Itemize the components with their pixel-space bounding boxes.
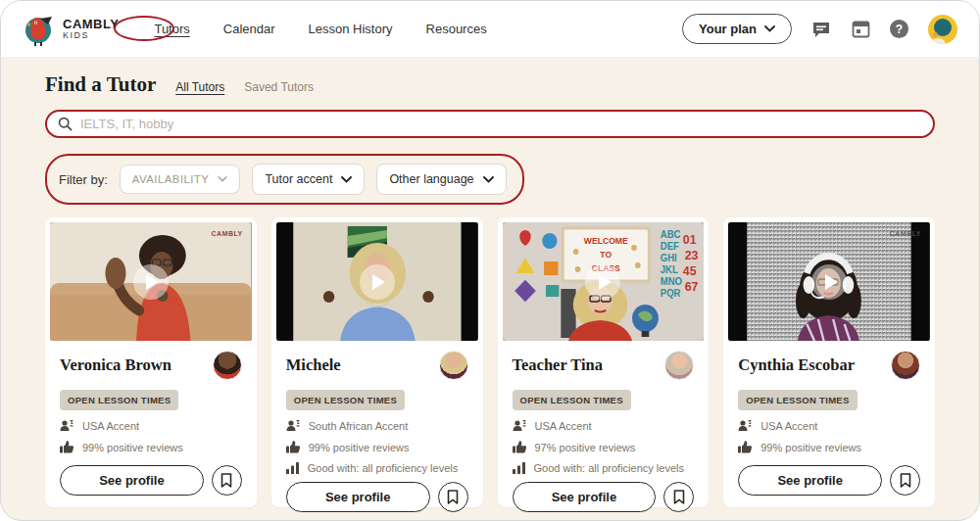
tutor-name: Veronica Brown — [60, 355, 172, 375]
svg-text:WELCOME: WELCOME — [583, 236, 627, 246]
svg-text:GHI: GHI — [660, 253, 676, 263]
tutor-avatar[interactable] — [213, 351, 242, 380]
tutor-video-thumbnail[interactable] — [276, 222, 478, 341]
app-window: CAMBLY KIDS Tutors Calendar Lesson Histo… — [0, 0, 980, 521]
tutor-name: Teacher Tina — [513, 355, 603, 375]
svg-text:01: 01 — [682, 232, 696, 247]
bar-chart-icon — [513, 462, 525, 474]
nav-item-lesson-history[interactable]: Lesson History — [307, 18, 395, 40]
thumbs-up-icon — [513, 441, 526, 453]
tutor-video-thumbnail[interactable]: WELCOME TO CLASS ABC DEF GHI JKL MNO PQR… — [503, 222, 705, 341]
bookmark-button[interactable] — [212, 465, 242, 496]
accent-label: South African Accent — [309, 420, 409, 432]
accent-row: South African Accent — [286, 419, 468, 432]
cambly-bird-icon — [23, 13, 56, 46]
see-profile-button[interactable]: See profile — [738, 465, 882, 496]
nav-item-tutors[interactable]: Tutors — [152, 18, 191, 40]
bookmark-icon — [220, 473, 232, 488]
tutor-accent-dropdown[interactable]: Tutor accent — [252, 164, 365, 195]
good-with-label: Good with: all proficiency levels — [534, 462, 684, 474]
tutor-card: Michele OPEN LESSON TIMES South African … — [271, 217, 483, 507]
nav-item-resources[interactable]: Resources — [424, 18, 489, 40]
play-button[interactable] — [133, 264, 169, 300]
good-with-row: Good with: all proficiency levels — [286, 462, 468, 474]
nav-item-calendar[interactable]: Calendar — [221, 18, 277, 40]
help-icon[interactable]: ? — [890, 20, 908, 38]
logo-brand-text: CAMBLY — [63, 18, 119, 30]
play-icon — [372, 274, 385, 290]
bookmark-button[interactable] — [438, 482, 468, 512]
schedule-calendar-icon[interactable] — [851, 20, 870, 39]
play-button[interactable] — [811, 264, 847, 300]
filter-by-label: Filter by: — [59, 172, 108, 187]
bar-chart-icon — [286, 462, 299, 474]
accent-speaker-icon — [286, 419, 300, 432]
accent-row: USA Accent — [738, 419, 920, 432]
chevron-down-icon — [218, 176, 227, 182]
svg-text:TO: TO — [600, 250, 612, 260]
play-icon — [146, 274, 159, 290]
availability-dropdown[interactable]: AVAILABILITY — [120, 165, 241, 194]
main-nav: Tutors Calendar Lesson History Resources — [152, 18, 488, 40]
tutor-card: CAMBLY Cynthia Escobar OPEN LESSON TIMES… — [723, 217, 935, 507]
bookmark-button[interactable] — [890, 465, 920, 496]
thumbs-up-icon — [738, 441, 752, 453]
svg-text:DEF: DEF — [660, 241, 678, 252]
bookmark-button[interactable] — [663, 482, 694, 512]
open-lesson-times-badge: OPEN LESSON TIMES — [60, 390, 178, 410]
see-profile-button[interactable]: See profile — [286, 482, 430, 512]
play-icon — [825, 274, 838, 290]
accent-row: USA Accent — [60, 419, 242, 432]
reviews-label: 99% positive reviews — [309, 442, 410, 453]
other-language-dropdown[interactable]: Other language — [376, 164, 506, 195]
svg-text:MNO: MNO — [660, 276, 682, 287]
accent-label: USA Accent — [82, 420, 139, 432]
open-lesson-times-badge: OPEN LESSON TIMES — [513, 390, 631, 410]
tutor-search-bar — [45, 110, 935, 138]
user-avatar[interactable] — [928, 15, 957, 44]
chat-icon[interactable] — [811, 20, 831, 39]
tab-all-tutors[interactable]: All Tutors — [175, 80, 224, 94]
tutor-card: CAMBLY Veronica Brown OPEN LESSON TIMES … — [45, 217, 257, 507]
tutor-name: Michele — [286, 355, 341, 375]
svg-text:45: 45 — [682, 263, 696, 278]
good-with-label: Good with: all proficiency levels — [308, 462, 458, 474]
search-icon — [58, 117, 73, 131]
cambly-watermark: CAMBLY — [211, 230, 242, 237]
top-navbar: CAMBLY KIDS Tutors Calendar Lesson Histo… — [1, 1, 979, 57]
chevron-down-icon — [764, 25, 775, 32]
accent-label: USA Accent — [535, 420, 592, 432]
reviews-label: 99% positive reviews — [760, 442, 861, 453]
tutor-avatar[interactable] — [664, 351, 694, 380]
accent-label: USA Accent — [760, 420, 817, 432]
play-button[interactable] — [360, 264, 395, 300]
tutor-name: Cynthia Escobar — [738, 355, 855, 375]
tutor-avatar[interactable] — [891, 351, 920, 380]
page-title: Find a Tutor — [45, 72, 156, 97]
svg-text:23: 23 — [684, 248, 698, 262]
tutor-video-thumbnail[interactable]: CAMBLY — [50, 222, 252, 341]
search-input[interactable] — [80, 117, 922, 131]
see-profile-button[interactable]: See profile — [513, 482, 657, 512]
open-lesson-times-badge: OPEN LESSON TIMES — [738, 390, 857, 410]
thumbs-up-icon — [286, 441, 300, 453]
your-plan-button[interactable]: Your plan — [682, 14, 792, 44]
cambly-watermark: CAMBLY — [890, 230, 921, 237]
reviews-label: 99% positive reviews — [82, 442, 183, 453]
open-lesson-times-badge: OPEN LESSON TIMES — [286, 390, 405, 410]
cambly-kids-logo[interactable]: CAMBLY KIDS — [23, 13, 119, 46]
chevron-down-icon — [483, 176, 494, 183]
svg-text:67: 67 — [684, 279, 698, 294]
filter-section: Filter by: AVAILABILITY Tutor accent Oth… — [45, 154, 524, 205]
tutor-avatar[interactable] — [439, 351, 468, 380]
see-profile-button[interactable]: See profile — [60, 465, 204, 496]
reviews-label: 97% positive reviews — [535, 442, 636, 453]
main-content: Find a Tutor All Tutors Saved Tutors Fil… — [1, 57, 979, 520]
tutor-card: WELCOME TO CLASS ABC DEF GHI JKL MNO PQR… — [498, 217, 710, 507]
tutor-video-thumbnail[interactable]: CAMBLY — [728, 222, 930, 341]
play-button[interactable] — [585, 264, 620, 300]
tab-saved-tutors[interactable]: Saved Tutors — [244, 80, 314, 94]
accent-speaker-icon — [513, 419, 526, 432]
thumbs-up-icon — [60, 441, 74, 453]
play-icon — [599, 274, 612, 290]
